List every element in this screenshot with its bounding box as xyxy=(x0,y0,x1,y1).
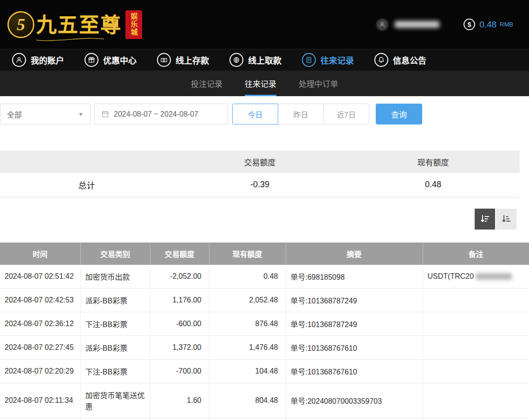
col-time: 时间 xyxy=(0,243,80,265)
table-row: 2024-08-07 02:51:42 加密货币出款 -2,052.00 0.4… xyxy=(0,265,529,289)
cell-summary: 单号:101368767610 xyxy=(286,359,423,383)
cell-balance: 802.88 xyxy=(209,418,286,420)
col-amount: 交易额度 xyxy=(150,243,209,265)
nav-label: 线上取款 xyxy=(248,54,281,66)
balance-currency: RMB xyxy=(500,21,513,28)
brand-logo[interactable]: 5 九五至尊 娱乐城 xyxy=(7,8,142,41)
cell-amount: 1.60 xyxy=(150,383,209,418)
table-row: 2024-08-07 02:27:45 派彩-BB彩票 1,372.00 1,4… xyxy=(0,335,529,359)
cell-balance: 2,052.48 xyxy=(209,288,286,312)
date-range-input[interactable]: 2024-08-07 ~ 2024-08-07 xyxy=(94,104,228,125)
cell-remark xyxy=(423,288,529,312)
cell-amount: 1,176.00 xyxy=(150,288,209,312)
cell-remark: USDT(TRC20 xyxy=(423,265,529,289)
cell-time: 2024-08-07 02:11:34 xyxy=(0,418,80,420)
table-row: 2024-08-07 02:36:12 下注-BB彩票 -600.00 876.… xyxy=(0,312,529,335)
cell-amount: -2,052.00 xyxy=(150,265,209,289)
records-icon xyxy=(302,53,316,67)
cell-balance: 0.48 xyxy=(209,265,286,289)
cell-time: 2024-08-07 02:27:45 xyxy=(0,335,80,359)
cell-summary: 单号:101368787249 xyxy=(286,288,423,312)
cell-remark xyxy=(423,312,529,335)
cell-time: 2024-08-07 02:51:42 xyxy=(0,265,80,289)
summary-col-amount: 交易额度 xyxy=(173,151,346,173)
nav-transaction-records[interactable]: 往来记录 xyxy=(302,53,354,67)
filter-bar: 全部 ▼ 2024-08-07 ~ 2024-08-07 今日 昨日 近7日 查… xyxy=(0,96,529,125)
table-row: 2024-08-07 02:20:29 下注-BB彩票 -700.00 104.… xyxy=(0,359,529,383)
tab-processing-orders[interactable]: 处理中订单 xyxy=(299,71,338,96)
quick-yesterday-button[interactable]: 昨日 xyxy=(278,104,324,125)
search-button[interactable]: 查询 xyxy=(376,104,422,125)
tab-betting-records[interactable]: 投注记录 xyxy=(191,71,222,96)
cell-time: 2024-08-07 02:20:29 xyxy=(0,359,80,383)
cell-amount: 802.00 xyxy=(150,418,209,420)
user-avatar-icon[interactable] xyxy=(376,19,388,31)
logo-flourish xyxy=(35,36,105,42)
quick-range-group: 今日 昨日 近7日 xyxy=(233,104,369,125)
sort-descending-button[interactable] xyxy=(475,209,495,230)
cell-time: 2024-08-07 02:11:34 xyxy=(0,383,80,418)
cell-time: 2024-08-07 02:36:12 xyxy=(0,312,80,335)
summary-col-blank xyxy=(0,151,173,173)
sort-toolbar xyxy=(0,209,516,230)
topbar: 5 九五至尊 娱乐城 $ 0.48 RMB xyxy=(0,0,529,49)
cell-balance: 104.48 xyxy=(209,359,286,383)
cell-balance: 876.48 xyxy=(209,312,286,335)
cell-remark xyxy=(423,335,529,359)
cell-amount: -700.00 xyxy=(150,359,209,383)
sort-descending-icon xyxy=(479,213,490,224)
nav-label: 优惠中心 xyxy=(103,54,137,66)
summary-col-balance: 现有额度 xyxy=(346,151,520,173)
cell-summary: 单号:698185098 xyxy=(286,265,423,289)
col-balance: 现有额度 xyxy=(209,243,286,265)
masked-username xyxy=(395,21,439,28)
nav-label: 信息公告 xyxy=(393,54,426,66)
brand-badge: 娱乐城 xyxy=(125,10,142,39)
cell-type: 加密货币笔笔送优惠 xyxy=(80,383,150,418)
cell-type: 下注-BB彩票 xyxy=(80,359,150,383)
bell-icon xyxy=(374,53,388,67)
category-select[interactable]: 全部 ▼ xyxy=(0,104,91,125)
cell-amount: -600.00 xyxy=(150,312,209,335)
cell-remark xyxy=(423,383,529,418)
nav-online-deposit[interactable]: 线上存款 xyxy=(157,53,209,67)
cell-summary: 单号:202408070003359703 xyxy=(286,418,423,420)
main-nav: 我的账户 优惠中心 线上存款 线上取款 往来记录 信息公告 xyxy=(0,49,529,71)
cell-time: 2024-08-07 02:42:53 xyxy=(0,288,80,312)
summary-total-amount: -0.39 xyxy=(173,173,346,197)
nav-online-withdrawal[interactable]: 线上取款 xyxy=(229,53,281,67)
user-area: $ 0.48 RMB xyxy=(376,19,513,31)
cell-type: 派彩-BB彩票 xyxy=(80,288,150,312)
cell-summary: 单号:202408070003359703 xyxy=(286,383,423,418)
brand-emblem-icon: 5 xyxy=(7,11,34,38)
record-tabs: 投注记录 往来记录 处理中订单 xyxy=(0,71,529,96)
nav-announcements[interactable]: 信息公告 xyxy=(374,53,426,67)
withdraw-icon xyxy=(229,53,243,67)
account-icon xyxy=(12,53,26,67)
remark-text: USDT(TRC20 xyxy=(428,272,474,280)
balance-display[interactable]: $ 0.48 RMB xyxy=(464,19,513,30)
col-summary: 摘要 xyxy=(286,243,423,265)
date-range-value: 2024-08-07 ~ 2024-08-07 xyxy=(114,110,198,118)
sort-ascending-icon xyxy=(501,213,512,224)
col-type: 交易类别 xyxy=(80,243,150,265)
quick-last7days-button[interactable]: 近7日 xyxy=(323,104,369,125)
summary-total-label: 总计 xyxy=(0,173,173,197)
records-table: 时间 交易类别 交易额度 现有额度 摘要 备注 2024-08-07 02:51… xyxy=(0,243,529,420)
cell-summary: 单号:101368767610 xyxy=(286,335,423,359)
nav-label: 线上存款 xyxy=(176,54,209,66)
table-row: 2024-08-07 02:11:34 加密货币入款 802.00 802.88… xyxy=(0,418,529,420)
tab-transaction-records[interactable]: 往来记录 xyxy=(245,71,276,96)
cell-remark xyxy=(423,359,529,383)
cell-amount: 1,372.00 xyxy=(150,335,209,359)
quick-today-button[interactable]: 今日 xyxy=(232,104,278,125)
cell-balance: 804.48 xyxy=(209,383,286,418)
dollar-coin-icon: $ xyxy=(464,19,475,30)
balance-amount: 0.48 xyxy=(479,20,496,30)
nav-my-account[interactable]: 我的账户 xyxy=(12,53,64,67)
summary-total-balance: 0.48 xyxy=(346,173,520,197)
summary-header-row: 交易额度 现有额度 xyxy=(0,151,520,173)
cell-remark xyxy=(423,418,529,420)
nav-promotions[interactable]: 优惠中心 xyxy=(85,53,137,67)
sort-ascending-button[interactable] xyxy=(496,209,516,230)
